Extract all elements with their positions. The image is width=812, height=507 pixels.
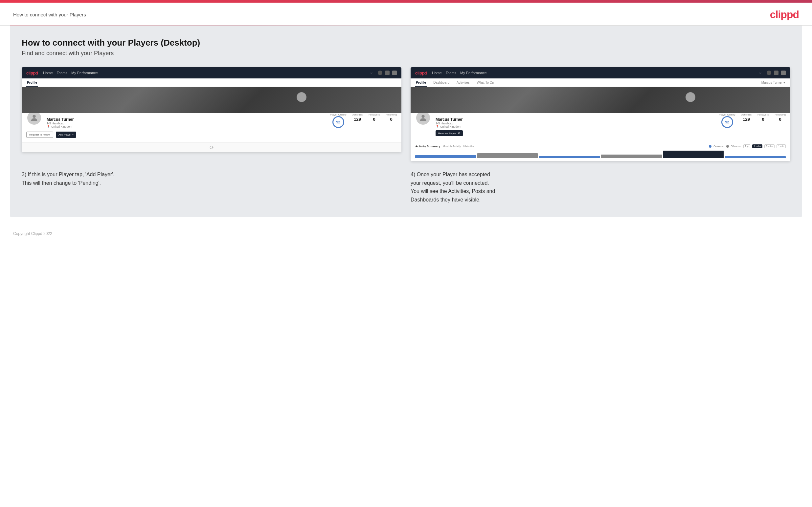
s1-flag-icon bbox=[392, 70, 397, 75]
s2-nav-links: Home Teams My Performance bbox=[432, 71, 754, 75]
period-6mths-button[interactable]: 6 mths bbox=[752, 145, 762, 148]
s2-chart-area bbox=[415, 150, 786, 158]
s2-quality-label: Player Quality bbox=[719, 113, 735, 116]
oncourse-legend-dot bbox=[709, 145, 711, 148]
s2-activity-controls: On course Off course 1 yr 6 mths 3 mths … bbox=[709, 145, 786, 148]
oncourse-legend-label: On course bbox=[713, 145, 724, 147]
s1-search-icon: ⌕ bbox=[370, 70, 375, 75]
s2-activities-label: Activities bbox=[741, 113, 752, 116]
svg-point-1 bbox=[421, 115, 424, 118]
s1-profile: Marcus Turner 1-5 Handicap 📍 United King… bbox=[22, 113, 401, 143]
s1-quality-label: Player Quality bbox=[330, 113, 347, 116]
s2-avatar-icon bbox=[418, 113, 428, 122]
s2-nav-icons: ⌕ bbox=[759, 70, 786, 75]
s2-tab-what-to-on[interactable]: What To On bbox=[476, 78, 495, 87]
s2-player-name: Marcus Turner bbox=[436, 117, 714, 122]
s1-activities-label: Activities bbox=[352, 113, 363, 116]
screenshot-1-col: clippd Home Teams My Performance ⌕ bbox=[22, 67, 401, 161]
chart-bar-3 bbox=[539, 156, 600, 158]
s1-logo: clippd bbox=[26, 70, 38, 75]
remove-player-button[interactable]: Remove Player ✕ bbox=[436, 130, 463, 136]
s2-profile: Marcus Turner 1-5 Handicap 📍 United King… bbox=[411, 113, 790, 141]
chart-bar-1 bbox=[415, 155, 476, 158]
s1-nav-icons: ⌕ bbox=[370, 70, 397, 75]
s2-stat-followers: Followers 0 bbox=[757, 113, 769, 122]
description-col-3: 3) If this is your Player tap, 'Add Play… bbox=[22, 170, 401, 204]
page-header: How to connect with your Players clippd bbox=[0, 3, 812, 25]
s1-buttons: Request to Follow Add Player + bbox=[26, 131, 397, 138]
s2-activity-title: Activity Summary bbox=[415, 145, 440, 148]
s1-player-name: Marcus Turner bbox=[47, 117, 325, 122]
s2-player-dropdown[interactable]: Marcus Turner ▾ bbox=[761, 78, 786, 87]
s2-country: 📍 United Kingdom bbox=[436, 125, 714, 128]
s2-stat-quality: Player Quality 92 bbox=[719, 113, 735, 128]
s2-activity-header: Activity Summary Monthly Activity · 6 Mo… bbox=[415, 145, 786, 148]
clippd-logo: clippd bbox=[770, 8, 799, 21]
s2-hero-image bbox=[411, 87, 790, 113]
s1-settings-icon bbox=[385, 70, 390, 75]
main-subtitle: Find and connect with your Players bbox=[22, 50, 790, 57]
s1-avatar-icon bbox=[30, 113, 39, 122]
s2-tab-activities[interactable]: Activities bbox=[456, 78, 470, 87]
period-1yr-button[interactable]: 1 yr bbox=[743, 145, 751, 148]
s2-tabs: Profile Dashboard Activities What To On … bbox=[411, 78, 790, 87]
s1-nav-teams: Teams bbox=[57, 71, 67, 75]
period-3mths-button[interactable]: 3 mths bbox=[764, 145, 774, 148]
s1-quality-circle: 92 bbox=[333, 116, 344, 128]
chart-bar-2 bbox=[477, 153, 538, 158]
s2-profile-row: Marcus Turner 1-5 Handicap 📍 United King… bbox=[415, 110, 786, 136]
copyright-text: Copyright Clippd 2022 bbox=[13, 231, 52, 236]
screenshot-1-browser: clippd Home Teams My Performance ⌕ bbox=[22, 67, 401, 152]
descriptions-row: 3) If this is your Player tap, 'Add Play… bbox=[22, 170, 790, 204]
s2-search-icon: ⌕ bbox=[759, 70, 764, 75]
s2-tab-profile[interactable]: Profile bbox=[415, 78, 427, 87]
s1-handicap: 1-5 Handicap bbox=[47, 122, 325, 125]
request-to-follow-button[interactable]: Request to Follow bbox=[26, 131, 53, 138]
chart-bar-5 bbox=[663, 151, 724, 158]
s1-tabs: Profile bbox=[22, 78, 401, 87]
s2-quality-circle: 92 bbox=[721, 116, 733, 128]
s2-tab-dashboard[interactable]: Dashboard bbox=[433, 78, 450, 87]
s2-stat-following: Following 0 bbox=[774, 113, 786, 122]
offcourse-legend-label: Off course bbox=[731, 145, 742, 147]
s1-country: 📍 United Kingdom bbox=[47, 125, 325, 128]
add-player-button[interactable]: Add Player + bbox=[56, 131, 76, 138]
s2-activities-value: 129 bbox=[743, 117, 750, 122]
s2-settings-icon bbox=[774, 70, 778, 75]
s1-location-icon: 📍 bbox=[47, 125, 50, 128]
s1-nav-links: Home Teams My Performance bbox=[43, 71, 365, 75]
s1-stat-followers: Followers 0 bbox=[368, 113, 380, 122]
s1-followers-value: 0 bbox=[373, 117, 375, 122]
chart-bar-6 bbox=[725, 156, 786, 158]
remove-player-label: Remove Player bbox=[438, 132, 456, 135]
main-content: How to connect with your Players (Deskto… bbox=[10, 26, 802, 217]
s2-stat-activities: Activities 129 bbox=[741, 113, 752, 122]
main-title: How to connect with your Players (Deskto… bbox=[22, 38, 790, 48]
s1-followers-label: Followers bbox=[368, 113, 380, 116]
s1-activities-value: 129 bbox=[354, 117, 361, 122]
s2-logo: clippd bbox=[415, 70, 427, 75]
s2-location-icon: 📍 bbox=[436, 125, 439, 128]
s1-following-value: 0 bbox=[390, 117, 392, 122]
s1-stat-following: Following 0 bbox=[386, 113, 397, 122]
screenshot-2-col: clippd Home Teams My Performance ⌕ bbox=[411, 67, 790, 161]
s1-hero-image bbox=[22, 87, 401, 113]
s1-following-label: Following bbox=[386, 113, 397, 116]
step4-text: 4) Once your Player has acceptedyour req… bbox=[411, 170, 790, 204]
s1-stat-quality: Player Quality 92 bbox=[330, 113, 347, 128]
screenshots-row: clippd Home Teams My Performance ⌕ bbox=[22, 67, 790, 161]
chart-bar-4 bbox=[601, 155, 662, 158]
s2-following-value: 0 bbox=[779, 117, 781, 122]
s1-scroll-icon: ⟳ bbox=[210, 145, 214, 151]
s2-handicap: 1-5 Handicap bbox=[436, 122, 714, 125]
svg-point-0 bbox=[33, 115, 36, 118]
s2-activity-subtitle: Monthly Activity · 6 Months bbox=[443, 145, 474, 148]
s2-navbar: clippd Home Teams My Performance ⌕ bbox=[411, 67, 790, 78]
s2-followers-label: Followers bbox=[757, 113, 769, 116]
s1-nav-home: Home bbox=[43, 71, 53, 75]
period-1mth-button[interactable]: 1 mth bbox=[776, 145, 786, 148]
description-col-4: 4) Once your Player has acceptedyour req… bbox=[411, 170, 790, 204]
s2-followers-value: 0 bbox=[762, 117, 764, 122]
s1-tab-profile[interactable]: Profile bbox=[26, 78, 38, 87]
offcourse-legend-dot bbox=[726, 145, 729, 148]
